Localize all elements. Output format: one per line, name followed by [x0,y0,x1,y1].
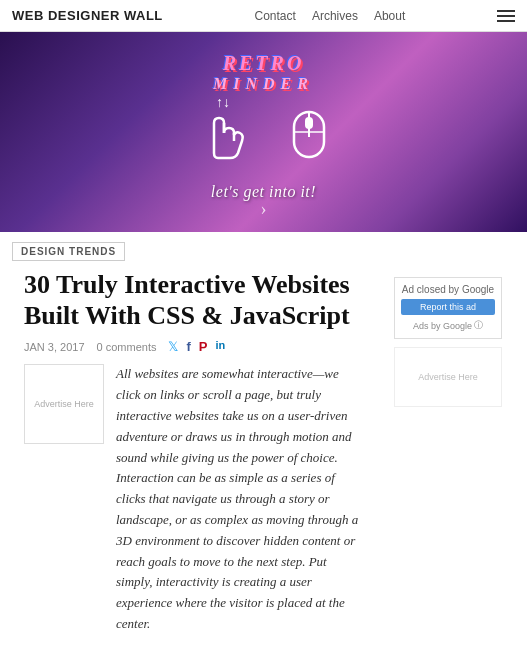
content-area: 30 Truly Interactive Websites Built With… [0,269,390,650]
article-title: 30 Truly Interactive Websites Built With… [24,269,366,331]
social-icons: 𝕏 f P in [168,339,225,354]
nav-contact[interactable]: Contact [255,9,296,23]
hero-retro-text: RETRO MINDER [213,52,314,93]
category-label: DESIGN TRENDS [12,242,125,261]
info-icon: ⓘ [474,319,483,332]
sidebar: Ad closed by Google Report this ad Ads b… [390,269,510,650]
nav-archives[interactable]: Archives [312,9,358,23]
advertise-placeholder: Advertise Here [34,399,94,409]
site-header: WEB DESIGNER WALL Contact Archives About [0,0,527,32]
ads-by-google: Ads by Google ⓘ [401,319,495,332]
hamburger-menu[interactable] [497,10,515,22]
twitter-icon[interactable]: 𝕏 [168,339,178,354]
comments-link[interactable]: 0 comments [97,341,157,353]
advertise-box: Advertise Here [24,364,104,444]
pinterest-icon[interactable]: P [199,339,208,354]
linkedin-icon[interactable]: in [215,339,225,354]
svg-text:↑↓: ↑↓ [216,95,230,110]
article-date: JAN 3, 2017 [24,341,85,353]
facebook-icon[interactable]: f [186,339,190,354]
ad-closed-box: Ad closed by Google Report this ad Ads b… [394,277,502,339]
article-meta: JAN 3, 2017 0 comments 𝕏 f P in [24,339,366,354]
main-layout: 30 Truly Interactive Websites Built With… [0,269,527,650]
site-logo: WEB DESIGNER WALL [12,8,163,23]
nav-about[interactable]: About [374,9,405,23]
hero-section: RETRO MINDER ↑↓ [0,32,527,232]
hand-icon: ↑↓ [194,93,254,175]
sidebar-advertise-here: Advertise Here [394,347,502,407]
mouse-icon [284,97,334,171]
ad-closed-title: Ad closed by Google [401,284,495,295]
intro-text: All websites are somewhat interactive—we… [116,364,366,634]
report-ad-button[interactable]: Report this ad [401,299,495,315]
hero-overlay: RETRO MINDER ↑↓ [0,32,527,232]
site-nav: Contact Archives About [255,9,406,23]
hero-icons: ↑↓ [194,93,334,175]
hero-arrow[interactable]: › [261,199,267,220]
svg-rect-6 [305,117,313,129]
article-intro: Advertise Here All websites are somewhat… [24,364,366,634]
